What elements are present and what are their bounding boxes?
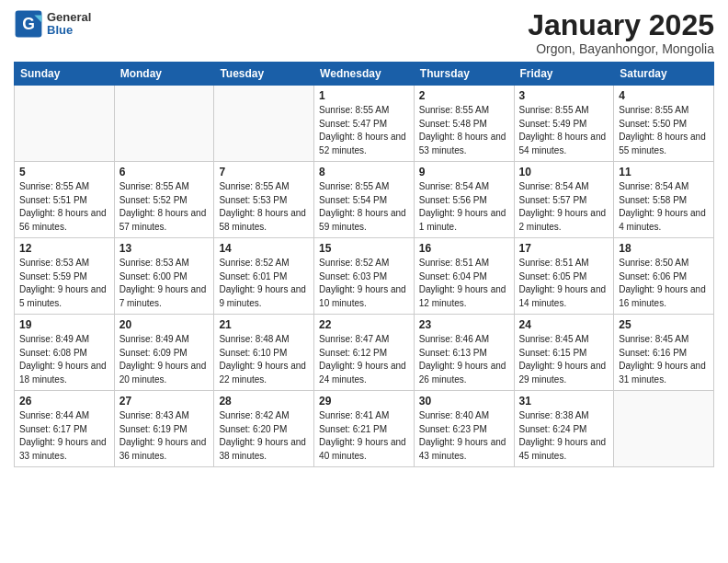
day-info: Sunrise: 8:54 AMSunset: 5:58 PMDaylight:… (619, 180, 709, 234)
day-cell: 9Sunrise: 8:54 AMSunset: 5:56 PMDaylight… (414, 162, 514, 238)
day-number: 28 (219, 395, 309, 408)
day-info: Sunrise: 8:48 AMSunset: 6:10 PMDaylight:… (219, 333, 309, 386)
day-number: 22 (319, 318, 409, 331)
day-number: 24 (519, 318, 609, 331)
day-info: Sunrise: 8:51 AMSunset: 6:05 PMDaylight:… (519, 257, 609, 310)
day-number: 17 (519, 242, 609, 255)
day-info: Sunrise: 8:55 AMSunset: 5:48 PMDaylight:… (419, 104, 509, 157)
day-cell: 4Sunrise: 8:55 AMSunset: 5:50 PMDaylight… (614, 86, 714, 162)
day-number: 27 (119, 395, 210, 408)
day-info: Sunrise: 8:51 AMSunset: 6:04 PMDaylight:… (419, 257, 509, 310)
weekday-header: Wednesday (314, 63, 415, 86)
day-number: 26 (19, 395, 109, 408)
day-cell: 8Sunrise: 8:55 AMSunset: 5:54 PMDaylight… (314, 162, 415, 238)
day-cell: 3Sunrise: 8:55 AMSunset: 5:49 PMDaylight… (514, 86, 614, 162)
day-info: Sunrise: 8:41 AMSunset: 6:21 PMDaylight:… (319, 409, 409, 463)
day-cell: 30Sunrise: 8:40 AMSunset: 6:23 PMDayligh… (414, 391, 514, 467)
day-number: 20 (119, 318, 210, 331)
month-title: January 2025 (528, 9, 714, 41)
day-cell: 10Sunrise: 8:54 AMSunset: 5:57 PMDayligh… (514, 162, 614, 238)
day-info: Sunrise: 8:55 AMSunset: 5:51 PMDaylight:… (19, 180, 109, 234)
day-number: 8 (319, 166, 409, 178)
location-subtitle: Orgon, Bayanhongor, Mongolia (528, 41, 714, 56)
week-row: 26Sunrise: 8:44 AMSunset: 6:17 PMDayligh… (15, 391, 714, 467)
day-cell: 2Sunrise: 8:55 AMSunset: 5:48 PMDaylight… (414, 86, 514, 162)
weekday-header: Sunday (15, 63, 115, 86)
day-number: 30 (419, 395, 509, 408)
day-number: 9 (419, 166, 509, 178)
logo-general: General (47, 11, 91, 24)
day-info: Sunrise: 8:40 AMSunset: 6:23 PMDaylight:… (419, 409, 509, 463)
day-cell: 1Sunrise: 8:55 AMSunset: 5:47 PMDaylight… (314, 86, 415, 162)
logo: G General Blue (14, 9, 91, 39)
day-cell: 5Sunrise: 8:55 AMSunset: 5:51 PMDaylight… (15, 162, 115, 238)
day-info: Sunrise: 8:53 AMSunset: 6:00 PMDaylight:… (119, 257, 210, 310)
day-number: 1 (319, 89, 409, 102)
day-cell: 12Sunrise: 8:53 AMSunset: 5:59 PMDayligh… (15, 238, 115, 315)
week-row: 1Sunrise: 8:55 AMSunset: 5:47 PMDaylight… (15, 86, 714, 162)
calendar: SundayMondayTuesdayWednesdayThursdayFrid… (14, 62, 714, 467)
day-cell (214, 86, 314, 162)
day-number: 13 (119, 242, 210, 255)
day-number: 5 (19, 166, 109, 178)
day-number: 25 (619, 318, 709, 331)
day-cell: 21Sunrise: 8:48 AMSunset: 6:10 PMDayligh… (214, 315, 314, 391)
day-info: Sunrise: 8:52 AMSunset: 6:01 PMDaylight:… (219, 257, 309, 310)
day-info: Sunrise: 8:55 AMSunset: 5:53 PMDaylight:… (219, 180, 309, 234)
day-cell: 11Sunrise: 8:54 AMSunset: 5:58 PMDayligh… (614, 162, 714, 238)
day-number: 18 (619, 242, 709, 255)
day-cell: 29Sunrise: 8:41 AMSunset: 6:21 PMDayligh… (314, 391, 415, 467)
day-cell: 20Sunrise: 8:49 AMSunset: 6:09 PMDayligh… (114, 315, 214, 391)
day-info: Sunrise: 8:55 AMSunset: 5:50 PMDaylight:… (619, 104, 709, 157)
day-number: 31 (519, 395, 609, 408)
day-cell (15, 86, 115, 162)
logo-icon: G (14, 9, 43, 39)
day-cell: 24Sunrise: 8:45 AMSunset: 6:15 PMDayligh… (514, 315, 614, 391)
day-info: Sunrise: 8:54 AMSunset: 5:56 PMDaylight:… (419, 180, 509, 234)
day-number: 10 (519, 166, 609, 178)
day-info: Sunrise: 8:55 AMSunset: 5:54 PMDaylight:… (319, 180, 409, 234)
day-cell: 26Sunrise: 8:44 AMSunset: 6:17 PMDayligh… (15, 391, 115, 467)
day-info: Sunrise: 8:53 AMSunset: 5:59 PMDaylight:… (19, 257, 109, 310)
day-info: Sunrise: 8:52 AMSunset: 6:03 PMDaylight:… (319, 257, 409, 310)
svg-text:G: G (22, 15, 35, 33)
day-cell: 31Sunrise: 8:38 AMSunset: 6:24 PMDayligh… (514, 391, 614, 467)
day-cell: 15Sunrise: 8:52 AMSunset: 6:03 PMDayligh… (314, 238, 415, 315)
day-number: 29 (319, 395, 409, 408)
header: G General Blue January 2025 Orgon, Bayan… (14, 9, 714, 56)
logo-blue: Blue (47, 24, 91, 37)
page: G General Blue January 2025 Orgon, Bayan… (0, 0, 728, 481)
weekday-header: Monday (114, 63, 214, 86)
weekday-header-row: SundayMondayTuesdayWednesdayThursdayFrid… (15, 63, 714, 86)
day-cell: 27Sunrise: 8:43 AMSunset: 6:19 PMDayligh… (114, 391, 214, 467)
day-info: Sunrise: 8:50 AMSunset: 6:06 PMDaylight:… (619, 257, 709, 310)
day-cell: 18Sunrise: 8:50 AMSunset: 6:06 PMDayligh… (614, 238, 714, 315)
day-info: Sunrise: 8:38 AMSunset: 6:24 PMDaylight:… (519, 409, 609, 463)
weekday-header: Thursday (414, 63, 514, 86)
weekday-header: Friday (514, 63, 614, 86)
day-info: Sunrise: 8:54 AMSunset: 5:57 PMDaylight:… (519, 180, 609, 234)
day-cell: 22Sunrise: 8:47 AMSunset: 6:12 PMDayligh… (314, 315, 415, 391)
day-cell: 13Sunrise: 8:53 AMSunset: 6:00 PMDayligh… (114, 238, 214, 315)
weekday-header: Saturday (614, 63, 714, 86)
day-info: Sunrise: 8:46 AMSunset: 6:13 PMDaylight:… (419, 333, 509, 386)
day-number: 4 (619, 89, 709, 102)
day-info: Sunrise: 8:55 AMSunset: 5:52 PMDaylight:… (119, 180, 210, 234)
day-number: 21 (219, 318, 309, 331)
day-number: 14 (219, 242, 309, 255)
day-number: 12 (19, 242, 109, 255)
day-info: Sunrise: 8:45 AMSunset: 6:15 PMDaylight:… (519, 333, 609, 386)
day-cell: 25Sunrise: 8:45 AMSunset: 6:16 PMDayligh… (614, 315, 714, 391)
day-cell: 14Sunrise: 8:52 AMSunset: 6:01 PMDayligh… (214, 238, 314, 315)
day-number: 7 (219, 166, 309, 178)
week-row: 19Sunrise: 8:49 AMSunset: 6:08 PMDayligh… (15, 315, 714, 391)
day-number: 3 (519, 89, 609, 102)
day-info: Sunrise: 8:44 AMSunset: 6:17 PMDaylight:… (19, 409, 109, 463)
day-number: 16 (419, 242, 509, 255)
day-number: 2 (419, 89, 509, 102)
day-info: Sunrise: 8:55 AMSunset: 5:47 PMDaylight:… (319, 104, 409, 157)
day-info: Sunrise: 8:47 AMSunset: 6:12 PMDaylight:… (319, 333, 409, 386)
day-info: Sunrise: 8:45 AMSunset: 6:16 PMDaylight:… (619, 333, 709, 386)
day-cell: 17Sunrise: 8:51 AMSunset: 6:05 PMDayligh… (514, 238, 614, 315)
day-cell: 7Sunrise: 8:55 AMSunset: 5:53 PMDaylight… (214, 162, 314, 238)
